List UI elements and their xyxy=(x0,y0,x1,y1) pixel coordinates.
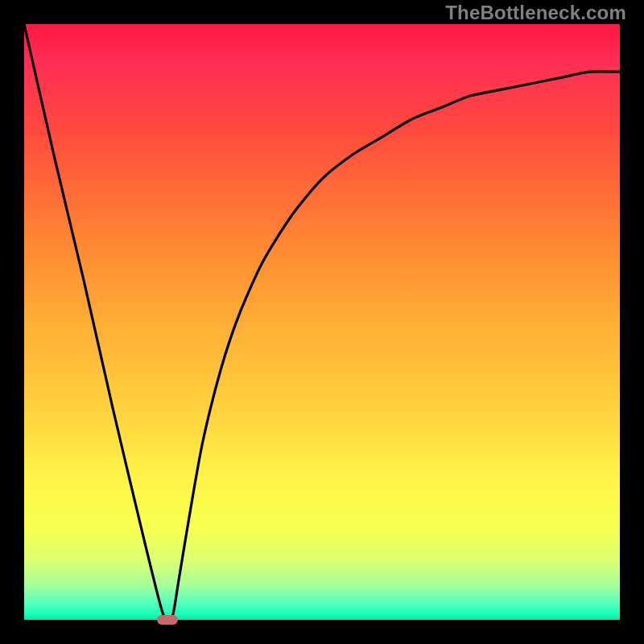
watermark-text: TheBottleneck.com xyxy=(445,2,626,24)
bottleneck-curve xyxy=(24,24,620,620)
plot-area xyxy=(24,24,620,620)
min-marker xyxy=(157,615,178,625)
chart-frame: TheBottleneck.com xyxy=(0,0,644,644)
